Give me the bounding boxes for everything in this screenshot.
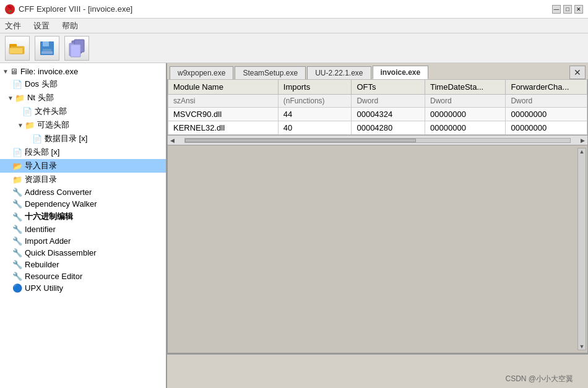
identifier-icon: 🔧 [12,225,22,234]
tab-steamsetup[interactable]: SteamSetup.exe [235,66,306,79]
tree-label-opthdr: 可选头部 [37,119,69,131]
maximize-button[interactable]: □ [563,5,572,14]
tree-item-address-converter[interactable]: 🔧 Address Converter [0,186,166,198]
tab-invoice[interactable]: invoice.exe [373,66,429,79]
tree-item-upx-utility[interactable]: 🔵 UPX Utility [0,282,166,294]
toggle-icon: ▼ [17,122,24,129]
tree-label-importdir: 导入目录 [25,160,57,171]
import-adder-icon: 🔧 [12,236,22,246]
close-all-tabs-button[interactable]: ✕ [569,66,586,79]
tree-item-importdir[interactable]: 📂 导入目录 [0,159,166,173]
tree-item-dos[interactable]: 📄 Dos 头部 [0,77,166,91]
toggle-icon: ▼ [2,68,9,75]
lower-empty-area: ▲ ▼ [167,145,588,353]
resdir-icon: 📁 [12,175,22,184]
tabs-bar: w9xpopen.exe SteamSetup.exe UU-2.22.1.ex… [167,63,588,79]
bottom-area: CSDN @小小大空翼 [167,353,588,388]
watermark: CSDN @小小大空翼 [505,374,573,384]
rebuilder-icon: 🔧 [12,260,22,269]
upx-icon: 🔵 [12,283,22,293]
table-row-kernel32[interactable]: KERNEL32.dll 40 00004280 00000000 000000… [168,121,587,135]
tree-item-file[interactable]: ▼ 🖥 File: invoice.exe [0,66,166,77]
tree-label-identifier: Identifier [25,225,56,234]
tree-item-datadir[interactable]: 📄 数据目录 [x] [0,132,166,145]
tree-item-quick-disassembler[interactable]: 🔧 Quick Disassembler [0,247,166,259]
address-converter-icon: 🔧 [12,188,22,197]
tree-item-resource-editor[interactable]: 🔧 Resource Editor [0,270,166,282]
main-area: ▼ 🖥 File: invoice.exe 📄 Dos 头部 ▼ 📁 Nt 头部… [0,63,588,388]
tree-item-hex-editor[interactable]: 🔧 十六进制编辑 [0,210,166,223]
scroll-down-arrow[interactable]: ▼ [579,343,585,350]
tree-label-filehdr: 文件头部 [35,106,67,117]
tree-item-nt[interactable]: ▼ 📁 Nt 头部 [0,91,166,105]
tab-w9xpopen[interactable]: w9xpopen.exe [170,66,233,79]
importdir-icon: 📂 [12,162,22,171]
close-button[interactable]: ✕ [574,5,583,14]
table-row-msvcr90[interactable]: MSVCR90.dll 44 00004324 00000000 0000000… [168,108,587,121]
menu-settings[interactable]: 设置 [31,19,52,33]
scroll-left-arrow[interactable]: ◀ [170,137,175,144]
svg-rect-2 [9,48,23,54]
col-timedatestamp: TimeDateSta... [425,80,506,95]
tree-label-sechdr: 段头部 [x] [25,147,59,158]
tree-label-dependency-walker: Dependency Walker [25,199,97,209]
cell-fwd-msvcr90: 00000000 [506,108,587,121]
filehdr-icon: 📄 [22,107,32,116]
vertical-scrollbar[interactable]: ▲ ▼ [577,148,586,350]
resource-editor-icon: 🔧 [12,272,22,281]
cell-module-msvcr90: MSVCR90.dll [168,108,279,121]
scroll-track[interactable] [184,138,571,143]
tree-label-resource-editor: Resource Editor [25,272,82,281]
scroll-up-arrow[interactable]: ▲ [579,149,585,155]
tree-item-opthdr[interactable]: ▼ 📁 可选头部 [0,118,166,132]
tree-label-datadir: 数据目录 [x] [45,133,87,144]
tab-uu2221[interactable]: UU-2.22.1.exe [307,66,371,79]
cell-imports-kernel32: 40 [278,121,352,135]
cell-fwd-kernel32: 00000000 [506,121,587,135]
tree-item-sechdr[interactable]: 📄 段头部 [x] [0,145,166,159]
subhdr-dword1: Dword [352,95,425,108]
table-subheader: szAnsi (nFunctions) Dword Dword Dword [168,95,587,108]
titlebar-left: 🌹 CFF Explorer VIII - [invoice.exe] [5,4,132,14]
subhdr-dword2: Dword [425,95,506,108]
menubar: 文件 设置 帮助 [0,19,588,33]
right-panel: w9xpopen.exe SteamSetup.exe UU-2.22.1.ex… [167,63,588,388]
tree-label-address-converter: Address Converter [25,188,92,197]
tree-item-filehdr[interactable]: 📄 文件头部 [0,105,166,118]
scroll-right-arrow[interactable]: ▶ [581,137,585,144]
menu-help[interactable]: 帮助 [59,19,80,33]
tree-label-nt: Nt 头部 [27,92,54,103]
save-button[interactable] [35,36,59,61]
cell-imports-msvcr90: 44 [278,108,352,121]
quick-disassembler-icon: 🔧 [12,248,22,257]
scroll-thumb[interactable] [185,139,416,142]
tree-label-upx-utility: UPX Utility [25,283,63,293]
titlebar-controls: — □ ✕ [552,5,583,14]
titlebar: 🌹 CFF Explorer VIII - [invoice.exe] — □ … [0,0,588,19]
tree-label-import-adder: Import Adder [25,236,71,246]
app-icon: 🌹 [5,4,15,14]
minimize-button[interactable]: — [552,5,561,14]
dos-icon: 📄 [12,80,22,89]
tree-item-resdir[interactable]: 📁 资源目录 [0,173,166,186]
cell-module-kernel32: KERNEL32.dll [168,121,279,135]
menu-file[interactable]: 文件 [2,19,24,33]
tree-item-dependency-walker[interactable]: 🔧 Dependency Walker [0,198,166,210]
tree-panel: ▼ 🖥 File: invoice.exe 📄 Dos 头部 ▼ 📁 Nt 头部… [0,63,167,388]
opthdr-icon: 📁 [25,121,35,130]
dependency-walker-icon: 🔧 [12,199,22,209]
horizontal-scrollbar[interactable]: ◀ ▶ [167,136,588,145]
tree-label-rebuilder: Rebuilder [25,260,59,269]
svg-rect-4 [43,41,49,46]
titlebar-title: CFF Explorer VIII - [invoice.exe] [19,4,132,14]
tree-item-identifier[interactable]: 🔧 Identifier [0,223,166,235]
col-forwarderchain: ForwarderCha... [506,80,587,95]
copy-button[interactable] [64,36,89,61]
cell-ofts-msvcr90: 00004324 [352,108,425,121]
subhdr-dword3: Dword [506,95,587,108]
col-ofts: OFTs [352,80,425,95]
tree-item-rebuilder[interactable]: 🔧 Rebuilder [0,259,166,270]
tree-item-import-adder[interactable]: 🔧 Import Adder [0,235,166,247]
hex-editor-icon: 🔧 [12,212,22,222]
open-button[interactable] [5,36,30,61]
